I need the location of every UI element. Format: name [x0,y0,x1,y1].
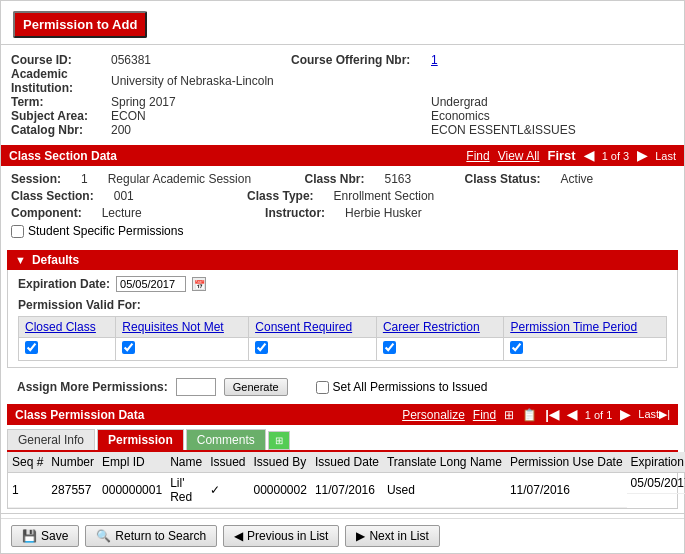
view-all-link[interactable]: View All [498,149,540,163]
course-offering-value[interactable]: 1 [431,53,438,67]
course-offering-label: Course Offering Nbr: [291,53,410,67]
acad-inst-label: Academic Institution: [11,67,73,95]
nav-position: 1 of 3 [602,150,630,162]
cell-expiration: 05/05/2017 — [627,473,685,494]
tab-grid-icon[interactable]: ⊞ [268,431,290,450]
defaults-body: Expiration Date: 📅 Permission Valid For:… [7,270,678,368]
tab-general-info[interactable]: General Info [7,429,95,450]
class-section-controls: Find View All First ◀ 1 of 3 ▶ Last [466,148,676,163]
perm-grid-icon[interactable]: ⊞ [504,408,514,422]
personalize-link[interactable]: Personalize [402,408,465,422]
last-nav[interactable]: Last [655,150,676,162]
save-button[interactable]: 💾 Save [11,525,79,547]
defaults-header: ▼ Defaults [7,250,678,270]
find-link[interactable]: Find [466,149,489,163]
perm-last-nav[interactable]: Last▶| [638,408,670,421]
session-label: Session: [11,172,61,186]
assign-label: Assign More Permissions: [17,380,168,394]
component-value: Lecture [102,206,142,220]
instructor-label: Instructor: [265,206,325,220]
catalog-nbr-desc: ECON ESSENTL&ISSUES [431,123,576,137]
subject-area-value: ECON [111,109,146,123]
requisites-checkbox[interactable] [122,341,135,354]
footer: 💾 Save 🔍 Return to Search ◀ Previous in … [1,518,684,553]
tab-permission[interactable]: Permission [97,429,184,450]
next-in-list-button[interactable]: ▶ Next in List [345,525,439,547]
cell-empl-id: 000000001 [98,473,166,508]
subject-area-desc: Economics [431,109,490,123]
student-specific-row: Student Specific Permissions [11,224,674,238]
th-perm-use-date: Permission Use Date [506,452,627,473]
th-seq: Seq # [8,452,47,473]
component-row: Component: Lecture Instructor: Herbie Hu… [11,206,674,220]
instructor-value: Herbie Husker [345,206,422,220]
th-translate-long: Translate Long Name [383,452,506,473]
cell-issued-by: 00000002 [250,473,311,508]
defaults-collapse-icon[interactable]: ▼ [15,254,26,266]
course-info: Course ID: 056381 Course Offering Nbr: 1… [1,47,684,141]
cell-seq: 1 [8,473,47,508]
next-icon: ▶ [356,529,365,543]
perm-first-nav[interactable]: |◀ [545,407,559,422]
time-period-checkbox[interactable] [510,341,523,354]
table-row: 1 287557 000000001 Lil' Red ✓ 00000002 1… [8,473,685,508]
cell-name: Lil' Red [166,473,206,508]
permission-valid-table: Closed Class Requisites Not Met Consent … [18,316,667,361]
previous-in-list-button[interactable]: ◀ Previous in List [223,525,339,547]
session-value: 1 [81,172,88,186]
acad-inst-value: University of Nebraska-Lincoln [111,74,274,88]
class-type-value: Enrollment Section [334,189,435,203]
permission-to-add-header[interactable]: Permission to Add [13,11,147,38]
cell-perm-use-date: 11/07/2016 [506,473,627,508]
perm-find-link[interactable]: Find [473,408,496,422]
search-icon: 🔍 [96,529,111,543]
closed-class-checkbox[interactable] [25,341,38,354]
next-nav[interactable]: ▶ [637,148,647,163]
save-icon: 💾 [22,529,37,543]
col-requisites[interactable]: Requisites Not Met [116,317,249,338]
cell-issued: ✓ [206,473,249,508]
career-checkbox[interactable] [383,341,396,354]
col-closed-class[interactable]: Closed Class [19,317,116,338]
class-nbr-value: 5163 [385,172,412,186]
component-label: Component: [11,206,82,220]
col-consent[interactable]: Consent Required [249,317,377,338]
assign-input[interactable] [176,378,216,396]
course-id-value: 056381 [111,53,151,67]
calendar-icon[interactable]: 📅 [192,277,206,291]
generate-button[interactable]: Generate [224,378,288,396]
first-nav[interactable]: First [548,148,576,163]
session-type: Regular Academic Session [108,172,251,186]
th-issued: Issued [206,452,249,473]
catalog-nbr-label: Catalog Nbr: [11,123,83,137]
perm-nav-position: 1 of 1 [585,409,613,421]
perm-export-icon[interactable]: 📋 [522,408,537,422]
consent-checkbox[interactable] [255,341,268,354]
th-issued-date: Issued Date [311,452,383,473]
student-specific-checkbox[interactable] [11,225,24,238]
col-career[interactable]: Career Restriction [376,317,504,338]
class-perm-header: Class Permission Data Personalize Find ⊞… [7,404,678,425]
prev-nav[interactable]: ◀ [584,148,594,163]
tab-comments[interactable]: Comments [186,429,266,450]
catalog-nbr-value: 200 [111,123,131,137]
th-name: Name [166,452,206,473]
th-empl-id: Empl ID [98,452,166,473]
permission-data-table: Seq # Number Empl ID Name Issued Issued … [8,452,685,508]
cell-long-name: Used [383,473,506,508]
class-section-header: Class Section Data Find View All First ◀… [1,145,684,166]
student-specific-label: Student Specific Permissions [28,224,183,238]
return-to-search-button[interactable]: 🔍 Return to Search [85,525,217,547]
assign-row: Assign More Permissions: Generate Set Al… [1,374,684,400]
set-all-checkbox[interactable] [316,381,329,394]
set-all-label-text: Set All Permissions to Issued [333,380,488,394]
expiration-date-input[interactable] [116,276,186,292]
perm-next-nav[interactable]: ▶ [620,407,630,422]
perm-prev-nav[interactable]: ◀ [567,407,577,422]
col-time-period[interactable]: Permission Time Period [504,317,667,338]
perm-table-container: Seq # Number Empl ID Name Issued Issued … [7,452,678,509]
class-type-label: Class Type: [247,189,313,203]
th-number: Number [47,452,98,473]
class-nbr-label: Class Nbr: [304,172,364,186]
page-container: Permission to Add Course ID: 056381 Cour… [0,0,685,554]
